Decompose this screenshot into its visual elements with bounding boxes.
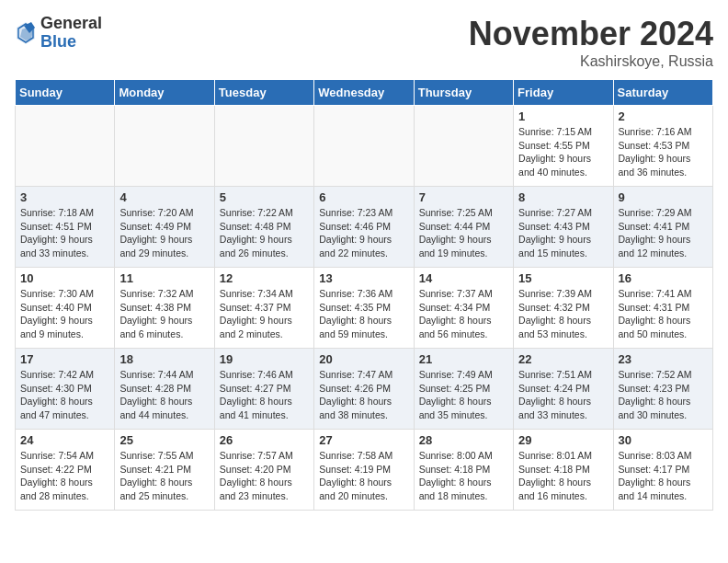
day-info: Sunrise: 7:55 AM Sunset: 4:21 PM Dayligh… bbox=[119, 449, 209, 503]
calendar-row-1: 3Sunrise: 7:18 AM Sunset: 4:51 PM Daylig… bbox=[16, 187, 713, 268]
table-row: 28Sunrise: 8:00 AM Sunset: 4:18 PM Dayli… bbox=[414, 430, 513, 511]
table-row: 4Sunrise: 7:20 AM Sunset: 4:49 PM Daylig… bbox=[115, 187, 214, 268]
table-row bbox=[414, 106, 513, 187]
header-tuesday: Tuesday bbox=[214, 80, 313, 106]
calendar-row-4: 24Sunrise: 7:54 AM Sunset: 4:22 PM Dayli… bbox=[16, 430, 713, 511]
day-info: Sunrise: 7:23 AM Sunset: 4:46 PM Dayligh… bbox=[319, 206, 408, 260]
page-header: General Blue November 2024 Kashirskoye, … bbox=[15, 15, 713, 70]
table-row: 6Sunrise: 7:23 AM Sunset: 4:46 PM Daylig… bbox=[314, 187, 414, 268]
table-row: 3Sunrise: 7:18 AM Sunset: 4:51 PM Daylig… bbox=[16, 187, 115, 268]
day-number: 26 bbox=[220, 433, 309, 447]
table-row bbox=[314, 106, 414, 187]
table-row: 24Sunrise: 7:54 AM Sunset: 4:22 PM Dayli… bbox=[16, 430, 115, 511]
day-info: Sunrise: 7:32 AM Sunset: 4:38 PM Dayligh… bbox=[119, 287, 209, 341]
day-number: 2 bbox=[619, 109, 708, 123]
day-number: 27 bbox=[319, 433, 408, 447]
weekday-header-row: Sunday Monday Tuesday Wednesday Thursday… bbox=[16, 80, 713, 106]
calendar-table: Sunday Monday Tuesday Wednesday Thursday… bbox=[15, 79, 713, 511]
day-number: 28 bbox=[419, 433, 508, 447]
day-info: Sunrise: 7:57 AM Sunset: 4:20 PM Dayligh… bbox=[220, 449, 309, 503]
table-row: 7Sunrise: 7:25 AM Sunset: 4:44 PM Daylig… bbox=[414, 187, 513, 268]
title-block: November 2024 Kashirskoye, Russia bbox=[469, 15, 713, 70]
table-row: 21Sunrise: 7:49 AM Sunset: 4:25 PM Dayli… bbox=[414, 349, 513, 430]
calendar-row-0: 1Sunrise: 7:15 AM Sunset: 4:55 PM Daylig… bbox=[16, 106, 713, 187]
header-monday: Monday bbox=[115, 80, 214, 106]
day-info: Sunrise: 8:00 AM Sunset: 4:18 PM Dayligh… bbox=[419, 449, 508, 503]
table-row bbox=[214, 106, 313, 187]
table-row: 12Sunrise: 7:34 AM Sunset: 4:37 PM Dayli… bbox=[214, 268, 313, 349]
day-info: Sunrise: 7:30 AM Sunset: 4:40 PM Dayligh… bbox=[20, 287, 109, 341]
day-number: 18 bbox=[119, 352, 209, 366]
logo: General Blue bbox=[15, 15, 102, 52]
day-info: Sunrise: 7:37 AM Sunset: 4:34 PM Dayligh… bbox=[419, 287, 508, 341]
day-number: 19 bbox=[220, 352, 309, 366]
day-info: Sunrise: 7:15 AM Sunset: 4:55 PM Dayligh… bbox=[518, 125, 608, 179]
day-number: 7 bbox=[419, 190, 508, 204]
table-row: 9Sunrise: 7:29 AM Sunset: 4:41 PM Daylig… bbox=[613, 187, 712, 268]
day-number: 29 bbox=[518, 433, 608, 447]
day-number: 14 bbox=[419, 271, 508, 285]
day-info: Sunrise: 7:49 AM Sunset: 4:25 PM Dayligh… bbox=[419, 368, 508, 422]
day-number: 20 bbox=[319, 352, 408, 366]
table-row: 16Sunrise: 7:41 AM Sunset: 4:31 PM Dayli… bbox=[613, 268, 712, 349]
day-info: Sunrise: 7:52 AM Sunset: 4:23 PM Dayligh… bbox=[619, 368, 708, 422]
day-number: 24 bbox=[20, 433, 109, 447]
day-info: Sunrise: 7:34 AM Sunset: 4:37 PM Dayligh… bbox=[220, 287, 309, 341]
table-row: 26Sunrise: 7:57 AM Sunset: 4:20 PM Dayli… bbox=[214, 430, 313, 511]
day-info: Sunrise: 7:16 AM Sunset: 4:53 PM Dayligh… bbox=[619, 125, 708, 179]
logo-text: General Blue bbox=[40, 15, 102, 52]
table-row: 5Sunrise: 7:22 AM Sunset: 4:48 PM Daylig… bbox=[214, 187, 313, 268]
day-info: Sunrise: 7:22 AM Sunset: 4:48 PM Dayligh… bbox=[220, 206, 309, 260]
table-row: 18Sunrise: 7:44 AM Sunset: 4:28 PM Dayli… bbox=[115, 349, 214, 430]
location-title: Kashirskoye, Russia bbox=[469, 53, 713, 70]
table-row: 25Sunrise: 7:55 AM Sunset: 4:21 PM Dayli… bbox=[115, 430, 214, 511]
day-info: Sunrise: 7:58 AM Sunset: 4:19 PM Dayligh… bbox=[319, 449, 408, 503]
header-thursday: Thursday bbox=[414, 80, 513, 106]
day-info: Sunrise: 7:44 AM Sunset: 4:28 PM Dayligh… bbox=[119, 368, 209, 422]
table-row: 11Sunrise: 7:32 AM Sunset: 4:38 PM Dayli… bbox=[115, 268, 214, 349]
table-row: 1Sunrise: 7:15 AM Sunset: 4:55 PM Daylig… bbox=[514, 106, 613, 187]
day-info: Sunrise: 8:03 AM Sunset: 4:17 PM Dayligh… bbox=[619, 449, 708, 503]
table-row: 8Sunrise: 7:27 AM Sunset: 4:43 PM Daylig… bbox=[514, 187, 613, 268]
day-info: Sunrise: 7:27 AM Sunset: 4:43 PM Dayligh… bbox=[518, 206, 608, 260]
calendar-row-2: 10Sunrise: 7:30 AM Sunset: 4:40 PM Dayli… bbox=[16, 268, 713, 349]
table-row: 27Sunrise: 7:58 AM Sunset: 4:19 PM Dayli… bbox=[314, 430, 414, 511]
day-number: 13 bbox=[319, 271, 408, 285]
table-row: 14Sunrise: 7:37 AM Sunset: 4:34 PM Dayli… bbox=[414, 268, 513, 349]
table-row bbox=[115, 106, 214, 187]
day-number: 3 bbox=[20, 190, 109, 204]
day-info: Sunrise: 7:42 AM Sunset: 4:30 PM Dayligh… bbox=[20, 368, 109, 422]
day-number: 17 bbox=[20, 352, 109, 366]
table-row bbox=[16, 106, 115, 187]
table-row: 22Sunrise: 7:51 AM Sunset: 4:24 PM Dayli… bbox=[514, 349, 613, 430]
day-number: 15 bbox=[518, 271, 608, 285]
day-number: 8 bbox=[518, 190, 608, 204]
logo-general-text: General bbox=[40, 15, 102, 33]
day-number: 21 bbox=[419, 352, 508, 366]
day-info: Sunrise: 7:46 AM Sunset: 4:27 PM Dayligh… bbox=[220, 368, 309, 422]
calendar-row-3: 17Sunrise: 7:42 AM Sunset: 4:30 PM Dayli… bbox=[16, 349, 713, 430]
day-info: Sunrise: 7:51 AM Sunset: 4:24 PM Dayligh… bbox=[518, 368, 608, 422]
day-info: Sunrise: 7:20 AM Sunset: 4:49 PM Dayligh… bbox=[119, 206, 209, 260]
day-number: 4 bbox=[119, 190, 209, 204]
day-info: Sunrise: 8:01 AM Sunset: 4:18 PM Dayligh… bbox=[518, 449, 608, 503]
day-number: 23 bbox=[619, 352, 708, 366]
day-number: 5 bbox=[220, 190, 309, 204]
day-number: 11 bbox=[119, 271, 209, 285]
logo-icon bbox=[15, 20, 37, 46]
table-row: 10Sunrise: 7:30 AM Sunset: 4:40 PM Dayli… bbox=[16, 268, 115, 349]
day-info: Sunrise: 7:41 AM Sunset: 4:31 PM Dayligh… bbox=[619, 287, 708, 341]
day-number: 16 bbox=[619, 271, 708, 285]
header-wednesday: Wednesday bbox=[314, 80, 414, 106]
day-info: Sunrise: 7:39 AM Sunset: 4:32 PM Dayligh… bbox=[518, 287, 608, 341]
table-row: 30Sunrise: 8:03 AM Sunset: 4:17 PM Dayli… bbox=[613, 430, 712, 511]
header-saturday: Saturday bbox=[613, 80, 712, 106]
day-info: Sunrise: 7:29 AM Sunset: 4:41 PM Dayligh… bbox=[619, 206, 708, 260]
logo-blue-text: Blue bbox=[40, 33, 102, 52]
day-number: 6 bbox=[319, 190, 408, 204]
table-row: 20Sunrise: 7:47 AM Sunset: 4:26 PM Dayli… bbox=[314, 349, 414, 430]
table-row: 19Sunrise: 7:46 AM Sunset: 4:27 PM Dayli… bbox=[214, 349, 313, 430]
table-row: 13Sunrise: 7:36 AM Sunset: 4:35 PM Dayli… bbox=[314, 268, 414, 349]
table-row: 23Sunrise: 7:52 AM Sunset: 4:23 PM Dayli… bbox=[613, 349, 712, 430]
day-number: 1 bbox=[518, 109, 608, 123]
